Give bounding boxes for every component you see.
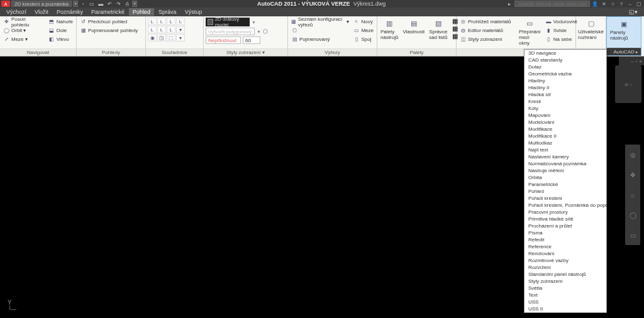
viewcube[interactable]: ◀ V <box>615 65 641 103</box>
dropdown-item[interactable]: Najít text <box>525 146 606 153</box>
material-editor-button[interactable]: ◍Editor materiálů <box>458 26 512 35</box>
dropdown-item[interactable]: 3D navigace <box>525 50 606 57</box>
visual-style-select[interactable]: 2D drátový model <box>206 18 250 26</box>
panel-toolpanels[interactable]: ▣Panely nástrojů AutoCAD ▸ <box>606 16 641 56</box>
dropdown-item[interactable]: Kóty <box>525 105 606 112</box>
ucs-icon[interactable]: ◉ <box>148 34 157 41</box>
favorite-icon[interactable]: ☆ <box>609 1 616 7</box>
dropdown-item[interactable]: Modifikace II <box>525 133 606 140</box>
menu-vystup[interactable]: Výstup <box>181 8 206 16</box>
dropdown-item[interactable]: Písma <box>525 229 606 236</box>
dropdown-item[interactable]: Styly zobrazení <box>525 278 606 285</box>
menu-vlozit[interactable]: Vložit <box>31 8 52 16</box>
tool-icon[interactable]: ⬡ <box>263 28 268 35</box>
ucs-icon[interactable]: L <box>157 26 166 33</box>
new-icon[interactable]: ▫ <box>79 1 87 7</box>
print-icon[interactable]: ⎙ <box>123 1 131 7</box>
ucs-icon[interactable]: ▾ <box>176 34 185 41</box>
cascade-button[interactable]: ▯Na sebe <box>544 35 579 43</box>
dropdown-item[interactable]: Modelování <box>525 119 606 126</box>
vp-named-button[interactable]: ▤Pojmenovaný <box>290 35 350 43</box>
dropdown-item[interactable]: Modifikace <box>525 126 606 133</box>
view-left-button[interactable]: ◧Vlevo <box>47 35 74 43</box>
dropdown-item[interactable]: Reference <box>525 243 606 250</box>
dropdown-item[interactable]: CAD standardy <box>525 57 606 63</box>
nav-wheel-icon[interactable]: ◎ <box>630 151 636 158</box>
dropdown-item[interactable]: Uchopení objektů <box>525 312 606 313</box>
ribbon-options-icon[interactable]: ◱▾ <box>625 8 641 16</box>
dropdown-item[interactable]: Rozměrové vazby <box>525 257 606 264</box>
sign-in-icon[interactable]: 👤 <box>591 1 599 7</box>
toolbars-dropdown[interactable]: 3D navigaceCAD standardyDotazGeometrická… <box>524 49 607 313</box>
dropdown-item[interactable]: Rendrování <box>525 250 606 257</box>
dropdown-item[interactable]: Pracovní prostory <box>525 209 606 216</box>
ui-button[interactable]: ▢Uživatelské rozhraní <box>577 18 605 41</box>
ucs-icon[interactable]: L <box>157 18 166 25</box>
dropdown-item[interactable]: Pohled <box>525 188 606 195</box>
vp-new-button[interactable]: ✧Nový <box>352 18 375 26</box>
ucs-icon[interactable]: ▾ <box>176 26 185 33</box>
nav-show-icon[interactable]: ▭ <box>630 232 636 239</box>
dropdown-item[interactable]: Hladiny II <box>525 84 606 91</box>
undo-icon[interactable]: ↶ <box>106 1 113 7</box>
menu-vychozi[interactable]: Výchozí <box>3 8 30 16</box>
exchange-icon[interactable]: ✕ <box>600 1 608 7</box>
pan-button[interactable]: ✥Posun pohledu <box>2 18 46 26</box>
dropdown-item[interactable]: Rozvržení <box>525 264 606 271</box>
dropdown-item[interactable]: Procházení a průlet <box>525 222 606 229</box>
view-bottom-button[interactable]: ⬓Dole <box>47 26 74 35</box>
app-logo[interactable]: A <box>1 1 10 7</box>
qat-dropdown[interactable]: ▼ <box>132 1 137 7</box>
close-icon[interactable]: × <box>639 58 642 64</box>
ucs-icon[interactable]: ◳ <box>157 34 166 41</box>
extents-button[interactable]: ⤢Meze ▾ <box>2 35 46 43</box>
dropdown-item[interactable]: Dotaz <box>525 63 606 70</box>
open-icon[interactable]: ▭ <box>88 1 96 7</box>
nav-zoom-icon[interactable]: ⌕ <box>631 192 635 199</box>
tile-vert-button[interactable]: ▮Svisle <box>544 26 579 35</box>
minimize-icon[interactable]: – <box>626 1 634 7</box>
autocad-flyout[interactable]: AutoCAD ▸ <box>607 48 641 55</box>
switch-windows-button[interactable]: ▭Přepínání mezi okny <box>518 18 542 47</box>
dropdown-item[interactable]: Standardní panel nástrojů <box>525 271 606 278</box>
sheetset-button[interactable]: ▧Správce sad listů <box>428 18 448 41</box>
search-input[interactable] <box>514 1 590 7</box>
vp-join-button[interactable]: ▯Spoj <box>352 35 375 43</box>
dropdown-item[interactable]: Pořadí kreslení, Poznámka do popředí <box>525 202 606 209</box>
nav-orbit-icon[interactable]: ◯ <box>630 212 636 219</box>
ucs-icon[interactable]: L <box>176 18 185 25</box>
menu-sprava[interactable]: Správa <box>155 8 180 16</box>
dropdown-item[interactable]: USS <box>525 299 606 305</box>
dropdown-item[interactable]: Kresli <box>525 98 606 105</box>
ucs-icon[interactable]: L <box>167 26 175 33</box>
dropdown-item[interactable]: Parametrické <box>525 181 606 188</box>
redo-icon[interactable]: ↷ <box>114 1 122 7</box>
orbit-button[interactable]: ◯Orbit ▾ <box>2 26 46 35</box>
ucs-icon[interactable]: L <box>148 26 157 33</box>
dropdown-item[interactable]: Mapování <box>525 112 606 119</box>
ucs-icon[interactable]: ⬚ <box>167 34 175 41</box>
val-field[interactable]: 60 <box>243 36 260 44</box>
menu-poznamky[interactable]: Poznámky <box>53 8 87 16</box>
close-icon[interactable]: ▢ <box>635 1 643 7</box>
chevron-down-icon[interactable]: ▼ <box>252 20 256 25</box>
ucs-icon[interactable]: L <box>167 18 175 25</box>
menu-parametricke[interactable]: Parametrické <box>87 8 128 16</box>
dropdown-item[interactable]: Hladiny <box>525 77 606 84</box>
material-browser-button[interactable]: ◎Prohlížeč materiálů <box>458 18 512 26</box>
dropdown-item[interactable]: Geometrická vazba <box>525 70 606 77</box>
menu-pohled[interactable]: Pohled <box>129 8 154 16</box>
nav-bar[interactable]: ◎ ✥ ⌕ ◯ ▭ <box>625 145 640 245</box>
tool-panels-button[interactable]: ▣Panely nástrojů <box>609 18 639 41</box>
workspace-dropdown-arrow[interactable]: ▼ <box>73 1 78 7</box>
named-views-button[interactable]: ▦Pojmenované pohledy <box>79 26 139 35</box>
display-styles-button[interactable]: ◫Styly zobrazení <box>458 35 512 43</box>
ucs-icon[interactable]: L <box>148 18 157 25</box>
dropdown-item[interactable]: Hladká síť <box>525 91 606 98</box>
dropdown-item[interactable]: Pořadí kreslení <box>525 195 606 202</box>
minimize-icon[interactable]: – <box>631 58 633 64</box>
help-icon[interactable]: ? <box>618 1 625 7</box>
dropdown-item[interactable]: Normalizovaná poznámka <box>525 160 606 167</box>
nav-pan-icon[interactable]: ✥ <box>630 172 635 178</box>
dropdown-item[interactable]: USS II <box>525 305 606 312</box>
